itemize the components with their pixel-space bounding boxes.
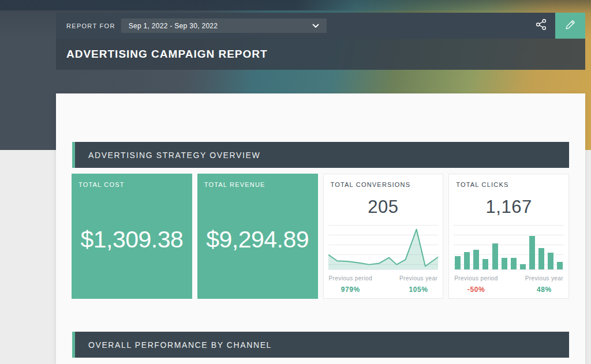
- report-header-band: REPORT FOR Sep 1, 2022 - Sep 30, 2022: [56, 13, 585, 70]
- bar: [502, 258, 507, 269]
- conversions-area-chart: [328, 225, 439, 270]
- comparison-row: Previous period -50% Previous year 48%: [454, 275, 564, 294]
- comparison-row: Previous period 979% Previous year 105%: [328, 275, 439, 294]
- metric-value: $1,309.38: [72, 184, 192, 295]
- previous-period-label: Previous period: [329, 275, 372, 282]
- previous-year-label: Previous year: [525, 275, 563, 282]
- report-for-label: REPORT FOR: [66, 22, 115, 29]
- metric-card-total-conversions: TOTAL CONVERSIONS 205 Previous period 97…: [323, 174, 444, 299]
- page-title: ADVERTISING CAMPAIGN REPORT: [66, 48, 268, 61]
- bar: [464, 252, 470, 269]
- previous-period-label: Previous period: [454, 275, 498, 282]
- report-screen: REPORT FOR Sep 1, 2022 - Sep 30, 2022: [0, 0, 591, 364]
- bar: [557, 262, 563, 269]
- metric-value: 1,167: [454, 197, 564, 217]
- bar: [538, 248, 544, 269]
- chevron-down-icon: [312, 22, 319, 30]
- metric-label: TOTAL CLICKS: [454, 181, 564, 188]
- share-button[interactable]: [526, 13, 555, 39]
- report-toolbar: REPORT FOR Sep 1, 2022 - Sep 30, 2022: [56, 13, 585, 39]
- date-range-value: Sep 1, 2022 - Sep 30, 2022: [129, 22, 218, 30]
- previous-year-comparison: Previous year 48%: [525, 275, 563, 294]
- report-title-row: ADVERTISING CAMPAIGN REPORT: [56, 39, 585, 70]
- section-header-overall-performance-by-channel: OVERALL PERFORMANCE BY CHANNEL: [72, 332, 569, 358]
- previous-period-comparison: Previous period -50%: [454, 275, 498, 294]
- toolbar-main: REPORT FOR Sep 1, 2022 - Sep 30, 2022: [56, 13, 585, 39]
- metrics-row: TOTAL COST $1,309.38 TOTAL REVENUE $9,29…: [72, 174, 569, 297]
- share-icon: [534, 18, 548, 33]
- edit-button[interactable]: [555, 13, 585, 39]
- bar: [529, 236, 535, 269]
- overview-section-title: ADVERTISING STRATEGY OVERVIEW: [88, 151, 260, 160]
- metric-value: 205: [328, 197, 439, 217]
- channel-section-title: OVERALL PERFORMANCE BY CHANNEL: [88, 340, 272, 350]
- previous-period-change: -50%: [454, 286, 498, 294]
- previous-year-change: 105%: [399, 286, 437, 294]
- previous-period-comparison: Previous period 979%: [329, 275, 372, 294]
- metric-label: TOTAL CONVERSIONS: [328, 181, 439, 188]
- metric-value: $9,294.89: [197, 184, 318, 295]
- pencil-icon: [564, 18, 577, 33]
- bar: [473, 250, 479, 269]
- section-header-advertising-strategy-overview: ADVERTISING STRATEGY OVERVIEW: [72, 142, 569, 168]
- bar: [511, 258, 517, 269]
- metric-card-total-revenue: TOTAL REVENUE $9,294.89: [197, 174, 318, 299]
- bars-container: [455, 225, 563, 269]
- bar: [520, 264, 526, 269]
- report-content-card: ADVERTISING STRATEGY OVERVIEW TOTAL COST…: [56, 93, 585, 364]
- metric-card-total-clicks: TOTAL CLICKS 1,167 Previous period -50% …: [448, 174, 569, 299]
- bar: [548, 253, 553, 269]
- bar: [492, 243, 498, 269]
- decorative-top-strip: [0, 0, 591, 10]
- previous-year-change: 48%: [525, 286, 563, 294]
- clicks-bar-chart: [454, 225, 564, 270]
- date-range-dropdown[interactable]: Sep 1, 2022 - Sep 30, 2022: [121, 18, 327, 33]
- previous-period-change: 979%: [329, 286, 372, 294]
- metric-card-total-cost: TOTAL COST $1,309.38: [72, 174, 192, 299]
- bar: [455, 256, 461, 269]
- previous-year-comparison: Previous year 105%: [399, 275, 437, 294]
- previous-year-label: Previous year: [399, 275, 437, 282]
- bar: [482, 259, 488, 269]
